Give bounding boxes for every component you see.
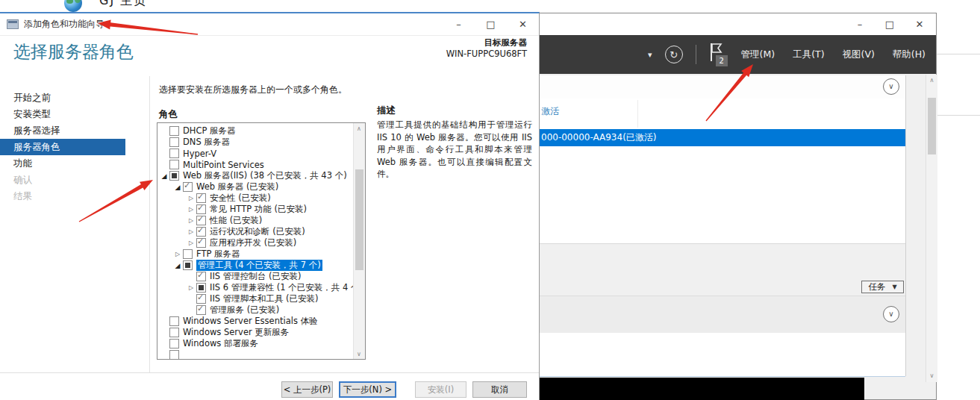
role-checkbox[interactable]: ✓ [196, 272, 206, 281]
role-label[interactable]: 管理工具 (4 个已安装，共 7 个) [196, 260, 322, 271]
scrollbar-thumb[interactable] [928, 98, 936, 154]
menu-item[interactable]: 视图(V) [843, 49, 875, 61]
sidebar-step-item[interactable]: 安装类型 [0, 106, 125, 122]
role-row: Windows 部署服务 [157, 338, 353, 349]
role-checkbox[interactable]: ✓ [196, 227, 206, 237]
tree-expand-icon[interactable]: ▷ [186, 240, 196, 246]
minimize-button[interactable]: – [443, 13, 475, 35]
role-checkbox[interactable] [169, 137, 179, 147]
tree-expand-icon[interactable]: ◢ [172, 184, 183, 191]
notifications-flag-icon[interactable]: 2 [709, 42, 728, 67]
role-row: ◢Web 服务器(IIS) (38 个已安装，共 43 个) [157, 170, 353, 181]
role-checkbox[interactable] [169, 126, 179, 136]
role-label[interactable]: 常见 HTTP 功能 (已安装) [210, 204, 307, 215]
role-checkbox[interactable] [169, 350, 179, 360]
scrollbar-thumb[interactable] [355, 169, 363, 270]
role-checkbox[interactable] [169, 339, 179, 349]
tree-expand-icon[interactable]: ▷ [186, 195, 196, 201]
tasks-dropdown-button[interactable]: 任务 ▼ [861, 281, 904, 293]
role-checkbox[interactable] [183, 260, 193, 270]
role-label[interactable]: Hyper-V [183, 149, 216, 159]
role-checkbox[interactable] [169, 328, 179, 337]
role-checkbox[interactable]: ✓ [196, 294, 206, 304]
add-roles-wizard-window: 添加角色和功能向导 – □ ✕ 选择服务器角色 目标服务器 WIN-FUPPC9… [0, 12, 540, 400]
role-checkbox[interactable]: ✓ [183, 182, 193, 192]
close-button[interactable]: ✕ [905, 13, 934, 35]
role-checkbox[interactable]: ✓ [196, 305, 206, 315]
activation-selected-row[interactable]: 000-00000-AA934(已激活) [540, 129, 905, 146]
collapse-chevron-icon[interactable]: ∨ [883, 306, 899, 322]
role-checkbox[interactable] [169, 160, 179, 169]
minimize-button[interactable]: – [845, 13, 875, 35]
role-checkbox[interactable]: ✓ [196, 238, 206, 248]
scroll-down-icon[interactable]: ∨ [354, 349, 364, 359]
maximize-button[interactable]: □ [475, 13, 507, 35]
role-row: DHCP 服务器 [157, 125, 353, 137]
role-checkbox[interactable]: ✓ [196, 216, 206, 225]
role-label[interactable]: 性能 (已安装) [210, 215, 262, 226]
role-checkbox[interactable]: ✓ [196, 204, 206, 214]
section-body [540, 333, 905, 377]
role-row: DNS 服务器 [157, 137, 353, 148]
sidebar-step-item[interactable]: 开始之前 [0, 90, 125, 106]
role-label[interactable]: FTP 服务器 [196, 249, 240, 260]
role-label[interactable]: 安全性 (已安装) [210, 193, 271, 204]
tree-expand-icon[interactable]: ▷ [186, 206, 196, 213]
sidebar-step-item[interactable]: 服务器角色 [0, 139, 125, 155]
role-checkbox[interactable]: ✓ [196, 193, 206, 203]
role-label[interactable]: IIS 管理控制台 (已安装) [210, 271, 301, 282]
activation-column-header[interactable]: 激活 [541, 105, 559, 118]
role-label[interactable]: DNS 服务器 [183, 137, 230, 148]
roles-scrollbar[interactable]: ∧ ∨ [353, 123, 365, 359]
globe-icon [64, 0, 82, 12]
role-row: ▷✓安全性 (已安装) [157, 193, 353, 204]
scroll-down-icon[interactable]: ∨ [926, 370, 937, 381]
menu-item[interactable]: 管理(M) [741, 49, 775, 61]
role-label[interactable]: MultiPoint Services [183, 160, 264, 170]
role-label[interactable]: DHCP 服务器 [183, 125, 236, 137]
notification-count-badge: 2 [716, 55, 728, 66]
vertical-scrollbar[interactable]: ∧ ∨ [926, 75, 937, 382]
collapse-chevron-icon[interactable]: ∨ [883, 78, 899, 95]
role-label[interactable]: 管理服务 (已安装) [210, 304, 279, 316]
sidebar-step-item[interactable]: 功能 [0, 155, 125, 172]
tree-expand-icon[interactable]: ▷ [186, 217, 196, 224]
role-row: ◢管理工具 (4 个已安装，共 7 个) [157, 260, 353, 271]
role-row: Windows Server Essentials 体验 [157, 316, 353, 327]
scroll-up-icon[interactable]: ∧ [354, 123, 364, 134]
cancel-button[interactable]: 取消 [472, 381, 527, 398]
role-label[interactable]: IIS 6 管理兼容性 (1 个已安装，共 4 个) [210, 282, 363, 293]
role-checkbox[interactable] [183, 249, 193, 259]
role-checkbox[interactable] [169, 149, 179, 158]
maximize-button[interactable]: □ [875, 13, 905, 35]
checkmark-icon: ✓ [197, 237, 204, 246]
menu-item[interactable]: 帮助(H) [893, 49, 926, 61]
role-checkbox[interactable] [169, 171, 179, 181]
next-button[interactable]: 下一步(N) > [339, 381, 396, 398]
install-button[interactable]: 安装(I) [415, 381, 466, 398]
role-label[interactable]: 应用程序开发 (已安装) [210, 237, 296, 249]
role-label[interactable]: Web 服务器(IIS) (38 个已安装，共 43 个) [183, 170, 347, 181]
role-label[interactable]: IIS 管理脚本和工具 (已安装) [210, 293, 318, 304]
tree-expand-icon[interactable]: ▷ [172, 251, 183, 257]
role-label[interactable]: 运行状况和诊断 (已安装) [210, 226, 305, 237]
close-button[interactable]: ✕ [507, 13, 539, 35]
menu-item[interactable]: 工具(T) [793, 49, 824, 61]
role-label[interactable]: Windows Server Essentials 体验 [183, 316, 318, 327]
tree-expand-icon[interactable]: ▷ [186, 284, 196, 291]
scroll-up-icon[interactable]: ∧ [926, 75, 937, 85]
sidebar-step-item[interactable]: 服务器选择 [0, 122, 125, 139]
refresh-icon[interactable]: ↻ [665, 46, 683, 63]
tree-expand-icon[interactable]: ◢ [159, 172, 169, 180]
role-label[interactable]: Windows Server 更新服务 [183, 327, 289, 338]
role-label[interactable]: Web 服务器 (已安装) [196, 181, 278, 193]
tree-expand-icon[interactable]: ▷ [186, 228, 196, 235]
role-checkbox[interactable] [196, 283, 206, 293]
role-label[interactable]: Windows 部署服务 [183, 338, 258, 349]
chevron-down-icon[interactable]: ▾ [648, 50, 652, 60]
back-button[interactable]: < 上一步(P) [281, 381, 333, 398]
role-checkbox[interactable] [169, 316, 179, 326]
panel-header [540, 75, 905, 99]
checkmark-icon: ✓ [197, 203, 204, 213]
tree-expand-icon[interactable]: ◢ [172, 262, 183, 269]
